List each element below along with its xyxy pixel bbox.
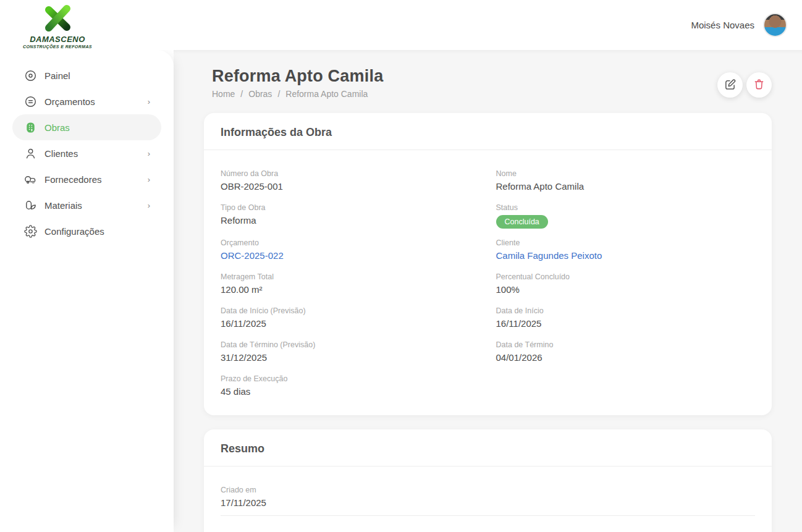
gear-icon: [23, 224, 37, 238]
chevron-right-icon: ›: [148, 97, 150, 106]
breadcrumb-item[interactable]: Obras: [248, 89, 272, 99]
field-label: Número da Obra: [221, 169, 480, 179]
breadcrumb-separator: /: [277, 89, 280, 99]
materials-icon: [23, 198, 37, 212]
dashboard-icon: [23, 69, 37, 82]
breadcrumb: Home/Obras/Reforma Apto Camila: [212, 89, 383, 99]
sidebar-item-obras[interactable]: Obras: [12, 114, 161, 140]
sidebar-item-label: Painel: [44, 70, 150, 81]
field-label: Prazo de Execução: [221, 374, 480, 384]
edit-button[interactable]: [717, 72, 743, 98]
field-label: Data de Início (Previsão): [221, 306, 480, 316]
page-header: Reforma Apto Camila Home/Obras/Reforma A…: [204, 67, 772, 99]
field: Criado em17/11/2025: [221, 485, 755, 516]
field-label: Percentual Concluído: [496, 272, 756, 282]
user-avatar[interactable]: [763, 13, 787, 37]
field: NomeReforma Apto Camila: [496, 169, 756, 193]
field: Data de Início16/11/2025: [496, 306, 756, 331]
sidebar-item-configuracoes[interactable]: Configurações: [12, 218, 161, 244]
sidebar-item-label: Configurações: [44, 226, 150, 237]
edit-pencil-icon: [724, 78, 736, 92]
sidebar-item-label: Obras: [44, 122, 150, 133]
field: Tipo de ObraReforma: [221, 203, 480, 229]
brand-logo: DAMASCENO CONSTRUÇÕES E REFORMAS: [17, 2, 98, 49]
field: ClienteCamila Fagundes Peixoto: [496, 238, 756, 263]
field-value: 100%: [496, 282, 756, 297]
field-value: Reforma: [221, 213, 480, 227]
sidebar: PainelOrçamentos›ObrasClientes›Fornecedo…: [0, 50, 174, 532]
resumo-fields: Criado em17/11/2025: [221, 485, 755, 516]
field: Percentual Concluído100%: [496, 272, 756, 297]
sidebar-item-fornecedores[interactable]: Fornecedores›: [12, 166, 161, 192]
breadcrumb-item: Reforma Apto Camila: [285, 89, 368, 99]
resumo-card-title: Resumo: [221, 442, 755, 455]
field-value: 120.00 m²: [221, 282, 480, 297]
status-badge: Concluída: [496, 215, 548, 229]
breadcrumb-separator: /: [240, 89, 243, 99]
sidebar-item-orcamentos[interactable]: Orçamentos›: [12, 88, 161, 114]
page-title: Reforma Apto Camila: [212, 67, 383, 86]
field: Metragem Total120.00 m²: [221, 272, 480, 297]
user-name[interactable]: Moisés Novaes: [691, 20, 754, 30]
field: Número da ObraOBR-2025-001: [221, 169, 480, 193]
field-label: Data de Início: [496, 306, 756, 316]
field-label: Tipo de Obra: [221, 203, 480, 213]
field: Data de Início (Previsão)16/11/2025: [221, 306, 480, 331]
budget-icon: [23, 95, 37, 108]
person-icon: [23, 146, 37, 160]
field-value-link[interactable]: Camila Fagundes Peixoto: [496, 248, 756, 263]
field-label: Status: [496, 203, 756, 213]
resumo-card: Resumo Criado em17/11/2025: [204, 429, 772, 532]
field-label: Cliente: [496, 238, 756, 248]
brand-tagline: CONSTRUÇÕES E REFORMAS: [23, 44, 92, 49]
info-card: Informações da Obra Número da ObraOBR-20…: [204, 113, 772, 415]
field-label: Criado em: [221, 485, 755, 496]
chevron-right-icon: ›: [148, 175, 150, 184]
sidebar-item-label: Orçamentos: [44, 96, 148, 107]
topbar: DAMASCENO CONSTRUÇÕES E REFORMAS Moisés …: [0, 0, 802, 50]
field-label: Nome: [496, 169, 756, 179]
sidebar-item-label: Materiais: [44, 200, 148, 211]
chevron-right-icon: ›: [148, 149, 150, 158]
main-content: Reforma Apto Camila Home/Obras/Reforma A…: [174, 50, 802, 532]
info-fields-grid: Número da ObraOBR-2025-001NomeReforma Ap…: [221, 169, 755, 408]
field-value: 17/11/2025: [221, 496, 755, 510]
building-icon: [23, 120, 37, 134]
chevron-right-icon: ›: [148, 201, 150, 210]
user-menu[interactable]: Moisés Novaes: [691, 13, 787, 37]
field-value: 45 dias: [221, 384, 480, 399]
sidebar-item-materiais[interactable]: Materiais›: [12, 192, 161, 218]
field-label: Data de Término (Previsão): [221, 340, 480, 350]
brand-name: DAMASCENO: [30, 35, 85, 44]
info-card-header: Informações da Obra: [204, 113, 772, 150]
field-value: 04/01/2026: [496, 350, 756, 365]
field-label: Metragem Total: [221, 272, 480, 282]
resumo-card-header: Resumo: [204, 429, 772, 467]
sidebar-item-painel[interactable]: Painel: [12, 62, 161, 88]
field: StatusConcluída: [496, 203, 756, 229]
field-value: 16/11/2025: [221, 316, 480, 331]
info-card-title: Informações da Obra: [221, 126, 755, 139]
field: Data de Término (Previsão)31/12/2025: [221, 340, 480, 365]
delete-button[interactable]: [746, 72, 772, 98]
sidebar-item-label: Clientes: [44, 148, 148, 159]
field-value: OBR-2025-001: [221, 179, 480, 193]
field-value: Reforma Apto Camila: [496, 179, 756, 193]
field-value: 31/12/2025: [221, 350, 480, 365]
field-label: Orçamento: [221, 238, 480, 248]
brand-x-icon: [41, 4, 74, 34]
field-value: 16/11/2025: [496, 316, 756, 331]
field: OrçamentoORC-2025-022: [221, 238, 480, 263]
trash-icon: [753, 78, 765, 92]
breadcrumb-item[interactable]: Home: [212, 89, 235, 99]
field-label: Data de Término: [496, 340, 756, 350]
sidebar-item-clientes[interactable]: Clientes›: [12, 140, 161, 166]
sidebar-item-label: Fornecedores: [44, 174, 148, 185]
truck-icon: [23, 172, 37, 186]
field: Prazo de Execução45 dias: [221, 374, 480, 399]
field: Data de Término04/01/2026: [496, 340, 756, 365]
header-actions: [717, 72, 772, 98]
field-value-link[interactable]: ORC-2025-022: [221, 248, 480, 263]
